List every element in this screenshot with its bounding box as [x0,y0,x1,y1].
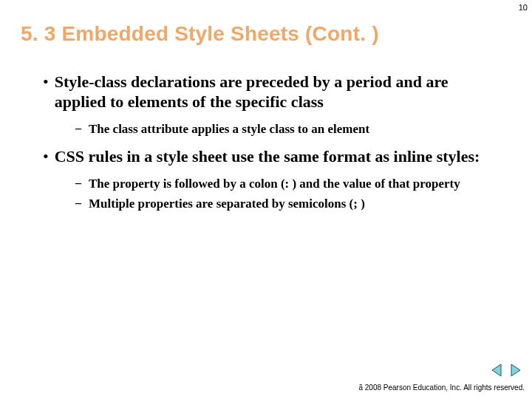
bullet-text: Style-class declarations are preceded by… [55,72,495,112]
bullet-item: • CSS rules in a style sheet use the sam… [37,147,495,167]
svg-marker-1 [511,364,520,376]
page-number: 10 [519,3,528,12]
copyright-text: ã 2008 Pearson Education, Inc. All right… [358,383,525,392]
sub-item: – The property is followed by a colon (:… [37,176,495,191]
slide-nav [491,364,522,377]
slide-title: 5. 3 Embedded Style Sheets (Cont. ) [21,22,532,46]
bullet-dot-icon: • [43,147,49,167]
dash-icon: – [75,196,81,211]
sub-text: The property is followed by a colon (: )… [89,176,495,191]
triangle-right-icon [508,364,522,377]
dash-icon: – [75,176,81,191]
bullet-dot-icon: • [43,72,49,112]
sub-item: – The class attribute applies a style cl… [37,121,495,137]
sub-list: – The property is followed by a colon (:… [37,176,495,212]
next-button[interactable] [508,364,522,377]
sub-list: – The class attribute applies a style cl… [37,121,495,137]
bullet-text: CSS rules in a style sheet use the same … [55,147,495,167]
prev-button[interactable] [491,364,504,377]
sub-item: – Multiple properties are separated by s… [37,196,495,211]
dash-icon: – [75,121,81,137]
svg-marker-0 [492,364,501,376]
bullet-item: • Style-class declarations are preceded … [37,72,495,112]
sub-text: The class attribute applies a style clas… [89,121,495,137]
sub-text: Multiple properties are separated by sem… [89,196,495,211]
slide-body: • Style-class declarations are preceded … [37,72,495,211]
triangle-left-icon [491,364,504,377]
